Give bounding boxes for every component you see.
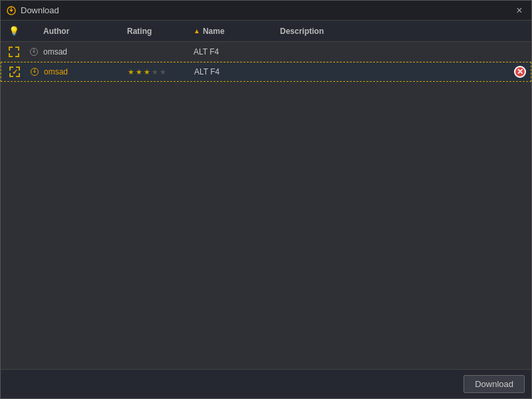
table-header: 💡 Author Rating ▲ Name Description	[1, 21, 531, 42]
title-bar: Download ×	[1, 1, 531, 21]
window-icon	[6, 5, 17, 16]
download-button[interactable]: Download	[464, 375, 525, 393]
table-row[interactable]: omsad ★ ★ ★ ★ ★ ALT F4 ✕	[1, 62, 531, 82]
star-4-empty: ★	[152, 68, 158, 76]
header-bulb-icon: 💡	[9, 26, 19, 36]
bottom-bar: Download	[1, 369, 531, 398]
close-button[interactable]: ×	[513, 4, 526, 17]
row-rating-2: ★ ★ ★ ★ ★	[128, 68, 194, 76]
header-description[interactable]: Description	[280, 27, 510, 36]
header-name-label: Name	[203, 27, 225, 36]
star-3: ★	[144, 68, 150, 76]
header-author[interactable]: Author	[41, 27, 127, 36]
row-icon-2	[28, 67, 41, 76]
star-2: ★	[136, 68, 142, 76]
remove-button-2[interactable]: ✕	[514, 66, 526, 78]
row-author-2: omsad	[41, 67, 128, 76]
row-action-2[interactable]: ✕	[509, 66, 531, 78]
checkbox-1[interactable]	[9, 47, 19, 57]
window-title: Download	[21, 5, 513, 15]
row-name-2: ALT F4	[194, 67, 281, 76]
star-5-empty: ★	[160, 68, 166, 76]
star-1: ★	[128, 68, 134, 76]
header-name[interactable]: ▲ Name	[194, 27, 280, 36]
row-author-1: omsad	[41, 47, 127, 57]
row-checkbox-2[interactable]	[1, 66, 28, 77]
header-rating[interactable]: Rating	[127, 27, 194, 36]
download-window: Download × 💡 Author Rating ▲ Name Descri…	[0, 0, 532, 399]
table-row[interactable]: omsad ALT F4	[1, 42, 531, 62]
table-content: omsad ALT F4 omsad ★ ★ ★ ★	[1, 42, 531, 369]
row-name-1: ALT F4	[194, 47, 280, 57]
header-checkbox-col: 💡	[1, 26, 27, 36]
sort-arrow-icon: ▲	[194, 27, 200, 35]
checkbox-2[interactable]	[9, 66, 20, 77]
row-icon-1	[27, 47, 41, 57]
row-checkbox-1[interactable]	[1, 47, 27, 57]
